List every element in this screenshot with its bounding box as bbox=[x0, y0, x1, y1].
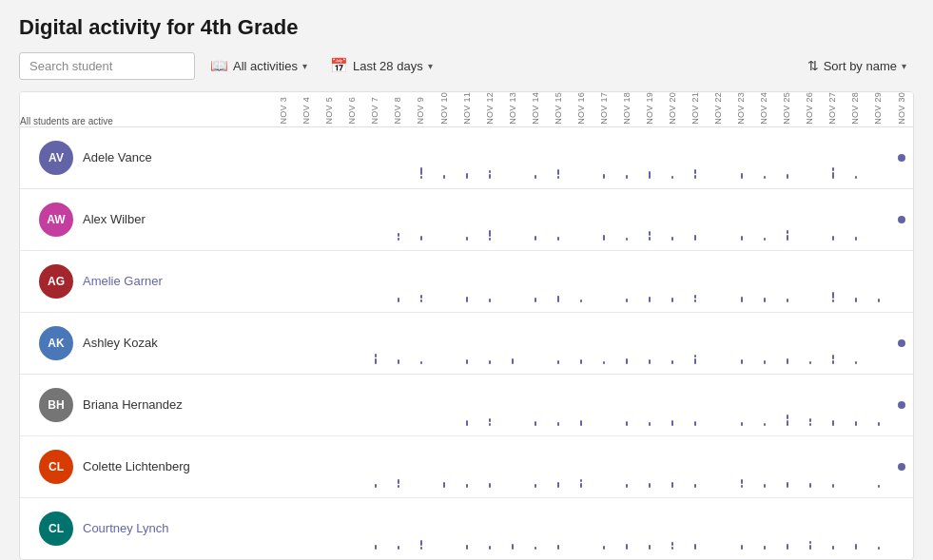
activity-cell bbox=[273, 497, 296, 559]
activity-cell bbox=[273, 312, 296, 374]
activity-cell bbox=[753, 497, 776, 559]
activity-cell bbox=[684, 126, 707, 188]
activities-label: All activities bbox=[233, 59, 298, 73]
activity-cell bbox=[822, 312, 845, 374]
avatar: BH bbox=[39, 388, 73, 422]
student-name[interactable]: Alex Wilber bbox=[83, 212, 146, 226]
activity-cell bbox=[501, 497, 524, 559]
activity-cell bbox=[799, 126, 822, 188]
activity-cell bbox=[822, 497, 845, 559]
activity-cell bbox=[273, 188, 296, 250]
student-name[interactable]: Amelie Garner bbox=[83, 274, 163, 288]
avatar: AW bbox=[39, 203, 73, 237]
activity-cell bbox=[364, 435, 387, 497]
activity-cell bbox=[547, 435, 570, 497]
date-header: NOV 22 bbox=[707, 92, 729, 126]
student-name[interactable]: Colette Lichtenberg bbox=[83, 459, 190, 473]
activity-cell bbox=[501, 250, 524, 312]
student-cell: AVAdele Vance bbox=[20, 126, 273, 188]
date-header: NOV 24 bbox=[753, 92, 776, 126]
activities-filter-button[interactable]: 📖 All activities ▾ bbox=[203, 51, 315, 80]
student-name[interactable]: Briana Hernandez bbox=[83, 397, 183, 412]
date-header: NOV 5 bbox=[319, 92, 341, 126]
activity-cell bbox=[730, 312, 753, 374]
date-range-filter-button[interactable]: 📅 Last 28 days ▾ bbox=[322, 51, 440, 80]
activity-cell bbox=[547, 374, 570, 435]
activity-cell bbox=[273, 435, 296, 497]
activity-cell bbox=[615, 312, 638, 374]
activity-cell bbox=[319, 250, 341, 312]
activity-cell bbox=[890, 497, 913, 559]
activity-cell bbox=[776, 374, 799, 435]
activity-cell bbox=[456, 188, 478, 250]
activity-cell bbox=[593, 188, 615, 250]
sort-button[interactable]: ⇅ Sort by name ▾ bbox=[800, 52, 914, 79]
activity-cell bbox=[364, 312, 387, 374]
date-header: NOV 28 bbox=[845, 92, 867, 126]
activity-cell bbox=[822, 250, 845, 312]
student-cell: BHBriana Hernandez bbox=[20, 374, 273, 435]
student-cell: AGAmelie Garner bbox=[20, 250, 273, 312]
table-row: CLCourtney Lynch bbox=[20, 497, 913, 559]
chevron-down-icon: ▾ bbox=[428, 61, 433, 71]
activity-cell bbox=[433, 250, 456, 312]
activity-cell bbox=[845, 497, 867, 559]
activity-cell bbox=[501, 374, 524, 435]
activity-cell bbox=[890, 250, 913, 312]
activity-cell bbox=[410, 374, 433, 435]
student-cell: CLColette Lichtenberg bbox=[20, 435, 273, 497]
activity-cell bbox=[684, 374, 707, 435]
activity-cell bbox=[524, 188, 547, 250]
search-input[interactable] bbox=[19, 52, 195, 80]
date-header: NOV 10 bbox=[433, 92, 456, 126]
student-name[interactable]: Ashley Kozak bbox=[83, 336, 158, 350]
activity-cell bbox=[776, 126, 799, 188]
activity-cell bbox=[593, 126, 615, 188]
activity-cell bbox=[730, 188, 753, 250]
activity-cell bbox=[524, 250, 547, 312]
activity-cell bbox=[707, 250, 729, 312]
activity-cell bbox=[547, 250, 570, 312]
activity-cell bbox=[799, 374, 822, 435]
activity-cell bbox=[387, 126, 410, 188]
table-row: AVAdele Vance bbox=[20, 126, 913, 188]
activity-cell bbox=[615, 374, 638, 435]
activity-cell bbox=[547, 126, 570, 188]
activity-cell bbox=[799, 435, 822, 497]
activity-cell bbox=[524, 374, 547, 435]
activity-cell bbox=[776, 312, 799, 374]
table-row: BHBriana Hernandez bbox=[20, 374, 913, 435]
activity-cell bbox=[387, 188, 410, 250]
activity-cell bbox=[319, 312, 341, 374]
activity-cell bbox=[638, 497, 661, 559]
activity-cell bbox=[364, 497, 387, 559]
activity-cell bbox=[593, 374, 615, 435]
activity-cell bbox=[615, 435, 638, 497]
activity-cell bbox=[661, 188, 684, 250]
activity-cell bbox=[753, 435, 776, 497]
activity-cell bbox=[776, 188, 799, 250]
activity-cell bbox=[341, 435, 364, 497]
activity-cell bbox=[890, 126, 913, 188]
student-name[interactable]: Adele Vance bbox=[83, 150, 152, 164]
calendar-icon: 📅 bbox=[330, 57, 348, 74]
activity-cell bbox=[319, 188, 341, 250]
date-header: NOV 8 bbox=[387, 92, 410, 126]
date-header: NOV 14 bbox=[524, 92, 547, 126]
date-header: NOV 18 bbox=[615, 92, 638, 126]
table-row: CLColette Lichtenberg bbox=[20, 435, 913, 497]
activity-cell bbox=[570, 374, 593, 435]
activity-cell bbox=[890, 188, 913, 250]
activity-cell bbox=[273, 250, 296, 312]
student-name[interactable]: Courtney Lynch bbox=[83, 521, 169, 535]
activity-cell bbox=[638, 126, 661, 188]
activity-cell bbox=[753, 188, 776, 250]
activity-cell bbox=[410, 188, 433, 250]
activity-cell bbox=[615, 497, 638, 559]
sort-icon: ⇅ bbox=[807, 58, 819, 73]
activity-cell bbox=[638, 374, 661, 435]
activity-cell bbox=[433, 497, 456, 559]
activity-cell bbox=[684, 497, 707, 559]
activity-cell bbox=[661, 312, 684, 374]
activity-cell bbox=[845, 435, 867, 497]
